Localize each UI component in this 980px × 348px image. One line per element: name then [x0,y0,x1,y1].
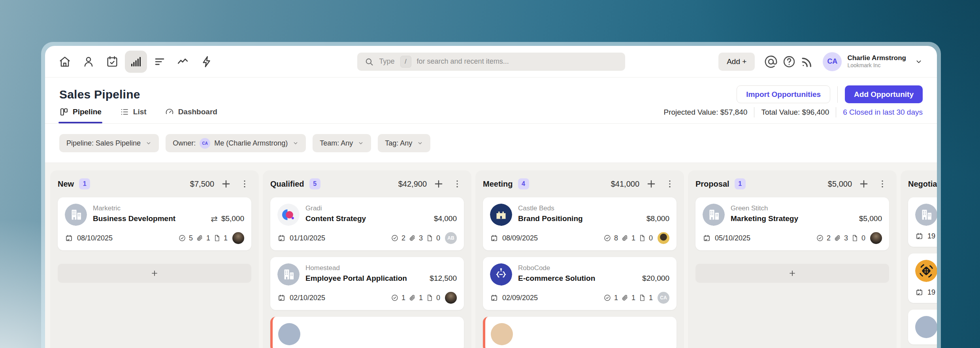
owner-filter[interactable]: Owner: CA Me (Charlie Armstrong) [166,134,306,152]
opportunity-card-partial[interactable] [908,310,937,344]
column-add-icon[interactable] [432,177,445,191]
column-name: Meeting [483,180,513,189]
attachment-icon [833,234,841,242]
card-footer: 08/10/2025 5 1 1 [65,232,244,244]
company-logo-robocode [490,263,512,286]
add-opportunity-button[interactable]: Add Opportunity [845,85,923,103]
notes-count: 1 [224,234,228,242]
add-card-button[interactable] [58,264,251,283]
pipeline-stats: Projected Value: $57,840 Total Value: $9… [663,107,923,123]
company-name: Green Stitch [731,204,882,212]
tasks-count: 1 [614,294,618,302]
card-info: Castle Beds Brand Positioning $8,000 [518,204,669,226]
assignee-avatar [232,232,244,244]
column-menu-icon[interactable] [876,177,889,191]
tag-filter[interactable]: Tag: Any [378,134,430,152]
user-menu[interactable]: CA Charlie Armstrong Lookmark Inc [823,52,923,71]
attachments-count: 1 [631,234,635,242]
title-value-row: Brand Positioning $8,000 [518,214,669,223]
opportunity-card[interactable]: 19 [908,253,937,303]
tabs-row: Pipeline List Dashboard Projected Value:… [59,107,923,123]
column-header: Meeting 4 $41,000 [483,170,677,197]
quick-add-button[interactable]: Add + [718,53,755,71]
column-add-icon[interactable] [219,177,233,191]
opportunity-card[interactable]: 19 [908,197,937,247]
closed-deals-link[interactable]: 6 Closed in last 30 days [843,108,923,117]
feed-icon[interactable] [798,53,816,71]
user-org: Lookmark Inc [847,62,906,69]
global-search-input[interactable]: Type / for search and recent items... [357,53,625,71]
company-name: Marketric [93,204,244,212]
column-add-icon[interactable] [645,177,658,191]
calendar-icon [703,234,711,242]
mentions-icon[interactable] [762,53,780,71]
attachment-icon [621,234,629,242]
tab-dashboard[interactable]: Dashboard [165,107,217,123]
chevron-down-icon [145,140,152,146]
tab-pipeline[interactable]: Pipeline [59,107,102,123]
card-footer: 08/09/2025 8 1 0 [490,232,669,244]
opportunity-card[interactable]: Homestead Employee Portal Application $1… [270,257,464,310]
owner-avatar: CA [200,138,210,149]
import-opportunities-button[interactable]: Import Opportunities [737,85,830,103]
tag-filter-label: Tag: Any [385,139,412,148]
automation-bolt-icon[interactable] [196,51,218,73]
tasks-check-icon [603,234,611,242]
gauge-icon [165,107,174,117]
calendar-icon [277,234,286,242]
company-logo-gradi [277,204,300,226]
slash-shortcut-key: / [400,56,411,68]
owner-filter-label: Owner: [173,139,196,148]
opportunity-card[interactable]: Castle Beds Brand Positioning $8,000 08/… [483,197,677,250]
attachments-count: 3 [419,234,423,242]
opportunity-card[interactable]: Marketric Business Development ⇄ $5,000 … [58,197,251,250]
attachment-icon [408,234,416,242]
deal-value: $12,500 [430,274,457,283]
column-menu-icon[interactable] [238,177,251,191]
card-top: Marketric Business Development ⇄ $5,000 [65,204,244,226]
card-list: Marketric Business Development ⇄ $5,000 … [58,197,251,283]
recurring-revenue-icon: ⇄ [211,215,218,223]
pipeline-filter[interactable]: Pipeline: Sales Pipeline [59,134,159,152]
tab-label: Pipeline [73,108,102,116]
attachments-count: 1 [419,294,423,302]
column-total-value: $5,000 [828,180,852,189]
contacts-icon[interactable] [77,51,100,73]
column-header: Proposal 1 $5,000 [695,170,889,197]
card-info [306,323,457,345]
opportunity-card[interactable]: RoboCode E-commerce Solution $20,000 02/… [483,257,677,310]
attachment-icon [621,294,629,302]
home-icon[interactable] [54,51,76,73]
attachments-count: 1 [631,294,635,302]
due-date: 08/10/2025 [77,234,113,242]
company-logo-building [915,204,937,226]
help-icon[interactable] [780,53,798,71]
sort-lines-icon[interactable] [149,51,171,73]
column-add-icon[interactable] [857,177,871,191]
card-info: RoboCode E-commerce Solution $20,000 [518,263,669,286]
title-value-row: E-commerce Solution $20,000 [518,274,669,283]
tab-list[interactable]: List [120,107,147,123]
column-menu-icon[interactable] [450,177,464,191]
deal-value: $5,000 [859,214,882,223]
card-footer: 19 [915,232,937,240]
chevron-down-icon [358,140,364,146]
pipeline-column-new: New 1 $7,500 Marketric Business Developm… [50,170,259,348]
opportunity-card[interactable]: Green Stitch Marketing Strategy $5,000 0… [695,197,889,250]
card-meta: 1 1 0 [391,292,457,304]
due-date: 01/10/2025 [290,234,325,242]
card-footer: 01/10/2025 2 3 0 AB [277,232,457,244]
opportunity-card-partial[interactable] [270,317,464,348]
total-value: Total Value: $96,400 [761,108,829,117]
deal-title: Business Development [93,214,175,223]
title-value-row: Content Strategy $4,000 [305,214,457,223]
calendar-tasks-icon[interactable] [101,51,123,73]
opportunity-card[interactable]: Gradi Content Strategy $4,000 01/10/2025 [270,197,464,250]
column-menu-icon[interactable] [663,177,677,191]
opportunity-card-partial[interactable] [483,317,677,348]
team-filter[interactable]: Team: Any [313,134,371,152]
deal-title: Content Strategy [305,214,366,223]
pipeline-chart-icon[interactable] [125,51,147,73]
activity-trend-icon[interactable] [172,51,194,73]
add-card-button[interactable] [695,264,889,283]
